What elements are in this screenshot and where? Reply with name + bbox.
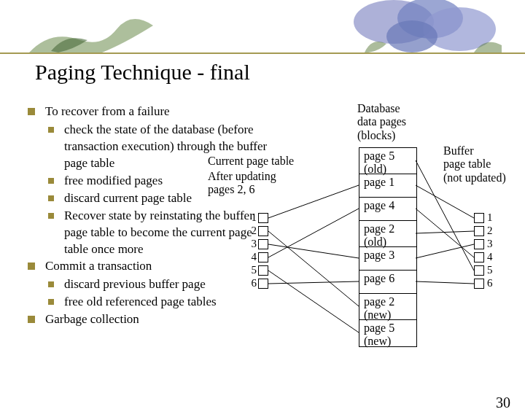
bullet-text: Garbage collection (45, 311, 139, 328)
svg-line-11 (416, 185, 474, 218)
bullet-text: discard previous buffer page (64, 276, 206, 293)
bullet-icon (48, 281, 54, 287)
svg-point-4 (386, 20, 438, 52)
svg-line-6 (268, 231, 359, 306)
bullet-icon (28, 262, 35, 270)
bullet-icon (28, 316, 35, 323)
svg-point-1 (354, 0, 434, 44)
bullet-icon (48, 195, 54, 201)
svg-line-10 (268, 281, 359, 284)
diagram-lines (226, 102, 525, 394)
bullet-text: free old referenced page tables (64, 294, 217, 311)
slide-number: 30 (496, 394, 510, 411)
bullet-text: To recover from a failure (45, 104, 170, 120)
slide-title: Paging Technique - final (35, 60, 250, 85)
svg-line-5 (268, 185, 359, 218)
bullet-icon (48, 299, 54, 305)
bullet-text: Commit a transaction (45, 258, 152, 275)
svg-line-13 (416, 244, 474, 258)
diagram: Database data pages (blocks) Buffer page… (226, 102, 525, 394)
bullet-text: free modified pages (64, 173, 163, 190)
bullet-icon (28, 108, 35, 115)
svg-line-7 (268, 244, 359, 258)
bullet-icon (48, 127, 54, 133)
bullet-icon (48, 178, 54, 184)
bullet-icon (48, 213, 54, 219)
slide-decoration (0, 0, 525, 55)
svg-line-8 (268, 209, 359, 257)
svg-point-2 (397, 0, 463, 39)
svg-line-9 (268, 271, 359, 332)
svg-line-16 (416, 281, 474, 284)
svg-point-3 (423, 7, 496, 51)
bullet-text: discard current page table (64, 190, 192, 207)
svg-rect-0 (0, 52, 525, 54)
